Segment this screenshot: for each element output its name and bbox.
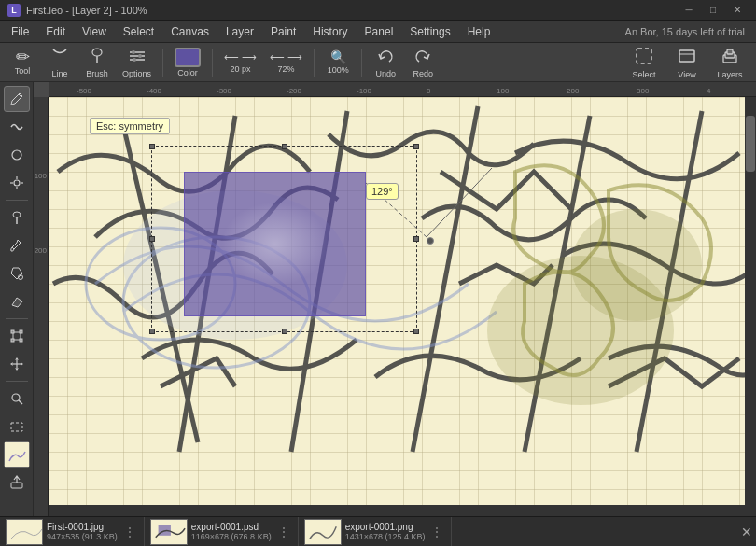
transform-tool[interactable] [4,323,30,349]
menu-panel[interactable]: Panel [357,22,401,41]
svg-line-32 [19,400,22,404]
undo-button[interactable]: Undo [369,46,402,79]
ruler-left: 100 200 [34,97,49,516]
eraser-tool[interactable] [4,288,30,315]
export-tool[interactable] [4,469,30,496]
layers-panel-button[interactable]: Layers [709,46,750,79]
size-control[interactable]: ⟵ ⟶ 20 px [219,46,261,79]
svg-point-7 [133,58,136,62]
title-group: L First.leo - [Layer 2] - 100% [7,4,147,17]
line-button[interactable]: Line [43,46,77,79]
scrollbar-thumb-v[interactable] [746,116,755,172]
percent-control[interactable]: 🔍 100% [321,46,355,79]
menu-view[interactable]: View [75,22,114,41]
menu-layer[interactable]: Layer [218,22,261,41]
toolbar-right: Select View Layers [623,46,750,79]
close-button[interactable]: ✕ [726,3,749,18]
options-label: Options [122,69,151,78]
menu-settings[interactable]: Settings [402,22,457,41]
thumb-item-2[interactable]: export-0001.psd 1169×678 (676.8 KB) ⋮ [145,517,299,547]
svg-rect-50 [7,520,43,545]
zoom-control[interactable]: ⟵ ⟶ 72% [265,46,307,79]
select-rect-tool[interactable] [4,413,30,440]
brush-label: Brush [86,69,108,78]
color-swatch-container[interactable]: Color [170,46,205,79]
canvas-drawings [49,97,756,516]
thumb-size-2: 1169×678 (676.8 KB) [191,532,272,541]
thumb-menu-3[interactable]: ⋮ [428,525,445,539]
window-controls: ─ □ ✕ [678,3,749,18]
view-panel-icon [677,46,697,70]
circle-tool[interactable] [4,142,30,168]
title-bar: L First.leo - [Layer 2] - 100% ─ □ ✕ [0,0,756,21]
thumb-image-2 [150,519,188,545]
toolbox-sep-2 [6,318,28,319]
toolbox-sep-3 [6,381,28,382]
brush-button[interactable]: Brush [80,46,114,79]
menu-bar: File Edit View Select Canvas Layer Paint… [0,21,756,43]
select-panel-button[interactable]: Select [623,46,665,79]
color-swatch[interactable] [175,48,201,67]
toolbar-sep-1 [162,49,163,77]
thumb-preview-1 [7,520,42,544]
maximize-button[interactable]: □ [702,3,724,18]
menu-file[interactable]: File [4,22,36,41]
view-label: View [678,70,695,79]
menu-paint[interactable]: Paint [263,22,303,41]
menu-canvas[interactable]: Canvas [163,22,217,41]
layer-thumb[interactable] [4,441,30,468]
brush-icon [88,47,106,68]
color-label: Color [177,68,198,77]
dropper-tool[interactable] [4,232,30,259]
line-label: Line [51,69,67,78]
ruler-mark: 300 [637,87,649,95]
tool-button[interactable]: ✏ Tool [6,46,39,79]
menu-help[interactable]: Help [460,22,498,41]
toolbox [0,82,34,516]
redo-button[interactable]: Redo [406,46,440,79]
settings-tool[interactable] [4,170,30,196]
thumb-info-3: export-0001.png 1431×678 (125.4 KB) [345,522,426,541]
options-button[interactable]: Options [118,46,156,79]
view-panel-button[interactable]: View [666,46,707,79]
select-label: Select [632,70,655,79]
ruler-top: -500 -400 -300 -200 -100 0 100 200 300 4 [49,82,756,97]
svg-point-0 [92,49,102,56]
svg-point-16 [14,180,20,186]
size-value: 20 px [231,64,251,74]
menu-edit[interactable]: Edit [38,22,73,41]
line-tool[interactable] [4,114,30,140]
thumb-item-3[interactable]: export-0001.png 1431×678 (125.4 KB) ⋮ [299,517,453,547]
menu-select[interactable]: Select [116,22,161,41]
ruler-mark: -500 [77,87,91,95]
size-arrows: ⟵ ⟶ [224,51,257,63]
percent-value: 100% [328,65,349,75]
undo-icon [376,47,395,68]
thumb-size-3: 1431×678 (125.4 KB) [345,532,426,541]
thumb-menu-2[interactable]: ⋮ [275,525,292,539]
thumb-item-1[interactable]: First-0001.jpg 947×535 (91.3 KB) ⋮ [0,517,145,547]
thumb-info-2: export-0001.psd 1169×678 (676.8 KB) [191,522,272,541]
thumb-image-1 [6,519,43,545]
canvas-area[interactable]: -500 -400 -300 -200 -100 0 100 200 300 4… [34,82,756,516]
thumb-name-1: First-0001.jpg [47,522,118,532]
status-close-button[interactable]: ✕ [737,517,756,547]
purple-selection-rect[interactable] [184,172,366,316]
zoom-tool[interactable] [4,385,30,412]
fill-tool[interactable] [4,260,30,287]
horizontal-scrollbar[interactable] [49,505,745,516]
move-tool[interactable] [4,351,30,377]
brush-tool[interactable] [4,204,30,231]
minimize-button[interactable]: ─ [678,3,700,18]
menu-history[interactable]: History [305,22,355,41]
vertical-scrollbar[interactable] [745,97,756,516]
redo-label: Redo [413,69,433,78]
ruler-mark: 4 [707,87,710,95]
svg-point-15 [12,150,21,160]
window-title: First.leo - [Layer 2] - 100% [26,5,147,16]
status-bar: First-0001.jpg 947×535 (91.3 KB) ⋮ expor… [0,516,756,546]
svg-point-6 [138,54,142,58]
svg-rect-28 [20,339,22,342]
thumb-menu-1[interactable]: ⋮ [121,525,138,539]
pencil-tool[interactable] [4,86,30,112]
